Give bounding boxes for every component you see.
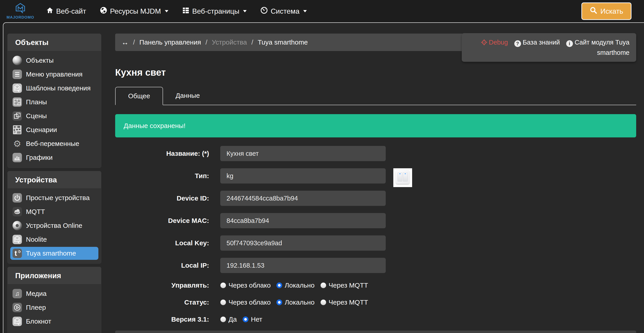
- sidebar-item-label: Сценарии: [26, 126, 57, 134]
- module-toolbar: Debug ?База знаний iСайт модуля Tuya sma…: [462, 33, 636, 62]
- radio-option-cloud[interactable]: Через облако: [220, 281, 270, 289]
- radio-label: Через облако: [228, 281, 270, 289]
- sidebar-item-label: Шаблоны поведения: [26, 84, 90, 92]
- sidebar-item-objects[interactable]: Объекты: [8, 54, 101, 67]
- chevron-down-icon: [303, 10, 307, 12]
- radio-label: Через облако: [228, 298, 270, 306]
- radio-option-mqtt[interactable]: Через MQTT: [320, 298, 368, 306]
- sidebar-item-web-variables[interactable]: ⚙ Веб-переменные: [8, 137, 101, 151]
- form-row-control-mode: Управлять: Через облако Локально Через M…: [115, 280, 636, 290]
- success-alert: Данные сохранены!: [115, 114, 636, 137]
- radio-label: Через MQTT: [329, 281, 368, 289]
- radio-option-mqtt[interactable]: Через MQTT: [320, 281, 368, 289]
- field-label: Local IP:: [115, 262, 209, 269]
- majordomo-icon: [12, 235, 22, 244]
- title-field[interactable]: [220, 146, 386, 161]
- radio-selected-icon: [242, 316, 248, 322]
- local-ip-field[interactable]: [220, 258, 386, 273]
- sidebar-item-behavior-templates[interactable]: Шаблоны поведения: [8, 81, 101, 95]
- breadcrumb-item-tuya[interactable]: Tuya smarthome: [258, 39, 308, 46]
- sidebar-item-label: Графики: [26, 154, 52, 161]
- form-row-device-mac: Device MAC:: [115, 213, 636, 228]
- sidebar-item-label: Устройства Online: [26, 222, 82, 229]
- sidebar-section-title: Устройства: [8, 171, 101, 189]
- sphere-dot-icon: [12, 221, 22, 230]
- menu-item-label: Ресурсы MJDM: [110, 7, 161, 16]
- menu-item-resources-mjdm[interactable]: Ресурсы MJDM: [100, 7, 168, 16]
- sidebar-item-control-menu[interactable]: Меню управления: [8, 67, 101, 81]
- sidebar-item-label: MQTT: [26, 208, 45, 215]
- search-button[interactable]: Искать: [582, 3, 632, 20]
- local-key-field[interactable]: [220, 235, 386, 251]
- sidebar-item-label: Объекты: [26, 57, 54, 64]
- collapse-sidebar-icon[interactable]: ↔: [122, 38, 128, 47]
- radio-label: Локально: [285, 298, 314, 306]
- radio-label: Да: [228, 315, 237, 323]
- form-row-type: Тип:: [115, 168, 636, 183]
- sidebar-item-scenes[interactable]: Сцены: [8, 109, 101, 123]
- radio-group-version: Да Нет: [220, 315, 262, 323]
- type-field[interactable]: [220, 168, 386, 183]
- radio-option-local[interactable]: Локально: [276, 298, 314, 306]
- sidebar-item-noolite[interactable]: Noolite: [8, 232, 101, 246]
- sidebar-item-player[interactable]: Плеер: [8, 300, 101, 314]
- sidebar-item-label: Простые устройства: [26, 194, 90, 202]
- mqtt-cloud-icon: MQTT: [12, 207, 22, 216]
- radio-option-yes[interactable]: Да: [220, 315, 237, 323]
- sidebar-item-clipped[interactable]: [8, 328, 101, 333]
- sidebar-item-devices-online[interactable]: Устройства Online: [8, 219, 101, 232]
- radio-selected-icon: [276, 282, 282, 288]
- radio-option-local[interactable]: Локально: [276, 281, 314, 289]
- sidebar-item-charts[interactable]: Графики: [8, 151, 101, 164]
- sidebar-item-media[interactable]: ♫ Медиа: [8, 287, 101, 300]
- menu-item-system[interactable]: Система: [260, 7, 307, 16]
- module-site-link[interactable]: iСайт модуля Tuya smarthome: [566, 39, 630, 56]
- sidebar-item-label: Tuya smarthome: [26, 249, 76, 257]
- page-title: Кухня свет: [115, 67, 636, 80]
- debug-crosshair-icon: [481, 39, 489, 46]
- radio-icon: [320, 299, 326, 305]
- sidebar-item-simple-devices[interactable]: Простые устройства: [8, 191, 101, 205]
- module-site-label: Сайт модуля Tuya smarthome: [575, 39, 630, 56]
- form-row-status-mode: Статус: Через облако Локально Через MQTT: [115, 297, 636, 307]
- device-photo[interactable]: [393, 168, 412, 187]
- sidebar-item-label: Меню управления: [26, 71, 82, 78]
- tab-general[interactable]: Общее: [115, 87, 163, 105]
- device-mac-field[interactable]: [220, 213, 386, 228]
- tab-bar: Общее Данные: [115, 86, 636, 105]
- sidebar-item-label: Медиа: [26, 290, 46, 297]
- sidebar-item-notepad[interactable]: Блокнот: [8, 314, 101, 328]
- list-icon: [182, 7, 190, 16]
- menu-item-website[interactable]: Веб-сайт: [46, 7, 86, 16]
- radio-option-cloud[interactable]: Через облако: [220, 298, 270, 306]
- breadcrumb-item-control-panel[interactable]: Панель управления: [139, 39, 201, 46]
- majordomo-house-icon: [15, 3, 26, 15]
- sidebar-panel-applications: Приложения ♫ Медиа Плеер: [8, 267, 101, 333]
- chevron-down-icon: [243, 10, 247, 12]
- majordomo-icon: [12, 317, 22, 326]
- menu-item-webpages[interactable]: Веб-страницы: [182, 7, 247, 16]
- knowledge-base-link[interactable]: ?База знаний: [514, 39, 560, 46]
- radio-option-no[interactable]: Нет: [242, 315, 262, 323]
- info-circle-icon: i: [566, 40, 573, 47]
- logo-label: MAJORDOMO: [6, 15, 34, 20]
- majordomo-logo[interactable]: MAJORDOMO: [6, 3, 35, 20]
- radio-group-status: Через облако Локально Через MQTT: [220, 298, 368, 306]
- sidebar-item-tuya-smarthome[interactable]: t Tuya smarthome: [10, 247, 98, 260]
- debug-link[interactable]: Debug: [481, 39, 508, 46]
- tab-data[interactable]: Данные: [163, 86, 212, 105]
- sidebar-item-plans[interactable]: Планы: [8, 95, 101, 109]
- svg-text:MQTT: MQTT: [15, 212, 19, 213]
- search-button-label: Искать: [600, 7, 623, 16]
- page-body: Объекты Объекты Меню управления: [3, 22, 644, 333]
- field-label: Статус:: [115, 298, 209, 306]
- radio-label: Локально: [285, 281, 314, 289]
- sidebar-item-mqtt[interactable]: MQTT MQTT: [8, 205, 101, 219]
- sidebar-item-scripts[interactable]: Сценарии: [8, 123, 101, 137]
- device-id-field[interactable]: [220, 191, 386, 206]
- menu-icon: [12, 70, 22, 79]
- form-row-device-id: Device ID:: [115, 191, 636, 206]
- sidebar-item-label: Планы: [26, 98, 47, 106]
- form-row-title: Название: (*): [115, 146, 636, 161]
- breadcrumb-separator: /: [206, 39, 207, 46]
